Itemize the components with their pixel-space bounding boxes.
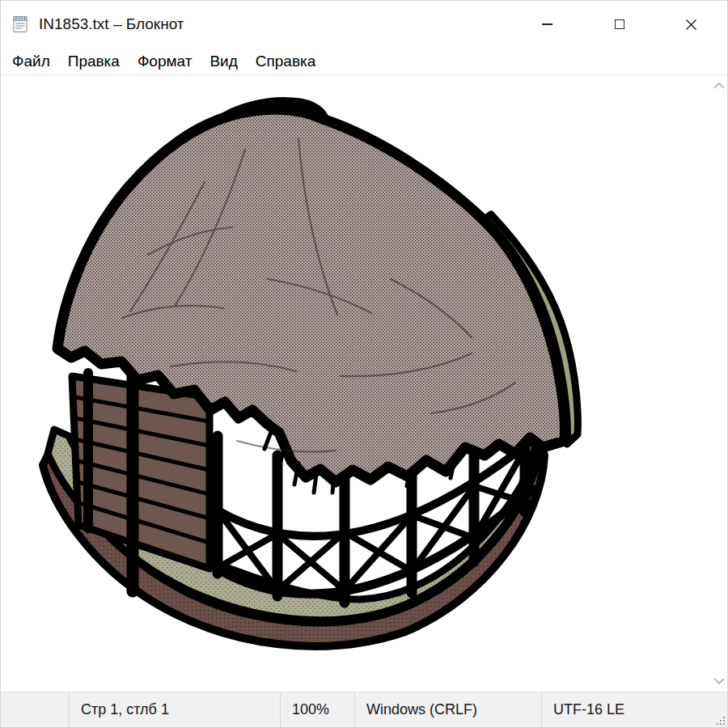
title-bar: IN1853.txt – Блокнот xyxy=(1,1,727,48)
scroll-down-button[interactable] xyxy=(712,674,726,688)
close-button[interactable] xyxy=(655,1,727,48)
vertical-scrollbar[interactable] xyxy=(711,75,727,692)
status-spacer-cell xyxy=(1,692,69,727)
chevron-up-icon xyxy=(713,83,725,89)
editor-area[interactable] xyxy=(1,75,727,692)
scroll-up-button[interactable] xyxy=(712,78,726,93)
window-title: IN1853.txt – Блокнот xyxy=(39,15,184,33)
document-art-hut xyxy=(1,75,693,692)
close-icon xyxy=(685,19,697,31)
menu-item-edit[interactable]: Правка xyxy=(59,49,129,74)
maximize-button[interactable] xyxy=(583,1,655,48)
status-line-ending: Windows (CRLF) xyxy=(354,692,541,727)
status-zoom-level: 100% xyxy=(280,692,354,727)
maximize-icon xyxy=(615,19,624,29)
menu-item-view[interactable]: Вид xyxy=(201,49,246,74)
chevron-down-icon xyxy=(713,678,725,684)
window-controls xyxy=(511,1,727,48)
status-encoding: UTF-16 LE xyxy=(541,692,727,727)
notepad-icon xyxy=(11,15,30,34)
minimize-icon xyxy=(542,23,552,25)
status-cursor-position: Стр 1, стлб 1 xyxy=(69,692,280,727)
status-bar: Стр 1, стлб 1 100% Windows (CRLF) UTF-16… xyxy=(1,692,727,727)
minimize-button[interactable] xyxy=(511,1,583,48)
notepad-window: IN1853.txt – Блокнот Файл Правка Формат … xyxy=(0,0,728,728)
menu-item-help[interactable]: Справка xyxy=(247,49,325,74)
resize-grip-icon[interactable] xyxy=(715,715,726,726)
menu-item-file[interactable]: Файл xyxy=(3,49,59,74)
menu-bar: Файл Правка Формат Вид Справка xyxy=(1,48,727,75)
menu-item-format[interactable]: Формат xyxy=(129,49,201,74)
